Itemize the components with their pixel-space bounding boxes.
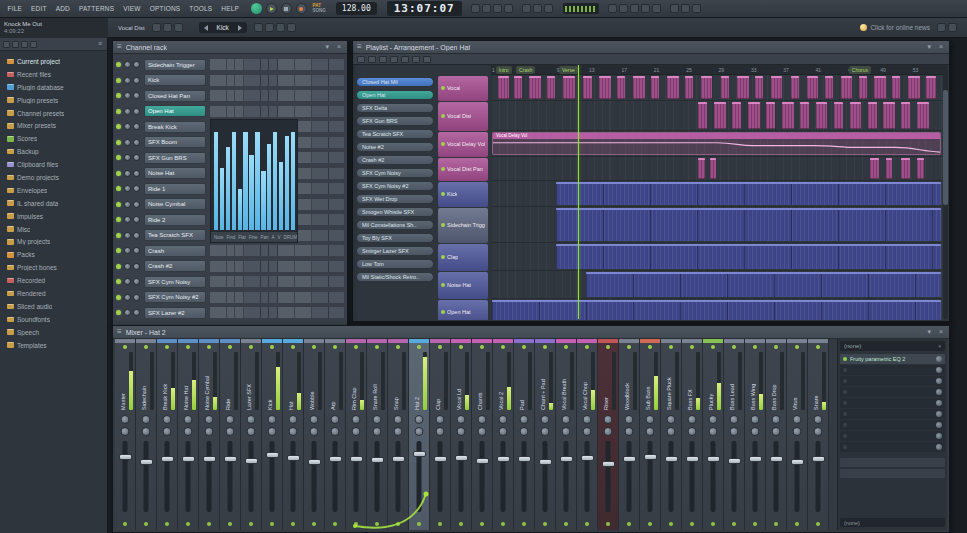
strip-stereo-knob[interactable]	[121, 427, 130, 436]
channel-button[interactable]: Ride 1	[144, 183, 206, 195]
strip-fader[interactable]	[144, 441, 149, 512]
previous-pattern-icon[interactable]	[204, 25, 208, 31]
track-header[interactable]: Vocal Delay Vol	[438, 132, 488, 157]
strip-pan-knob[interactable]	[289, 415, 298, 424]
channel-mute-led[interactable]	[116, 310, 121, 315]
plugin-slot-mix-knob[interactable]	[936, 444, 942, 450]
pattern-clip[interactable]	[492, 300, 941, 320]
channel-pan-knob[interactable]	[124, 77, 131, 84]
step-sequencer-row[interactable]	[210, 292, 344, 303]
strip-stereo-knob[interactable]	[289, 427, 298, 436]
channel-rack-close-icon[interactable]: ×	[335, 42, 343, 52]
grid-icon[interactable]	[265, 23, 274, 32]
mixer-close-icon[interactable]: ×	[937, 327, 945, 337]
magnet-icon[interactable]	[522, 4, 531, 13]
strip-fader[interactable]	[165, 441, 170, 512]
strip-fader-handle[interactable]	[329, 456, 342, 462]
tools-icon[interactable]	[670, 4, 679, 13]
channel-volume-knob[interactable]	[133, 309, 140, 316]
track-header[interactable]: Kick	[438, 182, 488, 207]
strip-mute-led[interactable]	[228, 345, 232, 349]
pattern-clip[interactable]	[870, 158, 879, 179]
play-button[interactable]	[266, 3, 277, 14]
pattern-clip[interactable]	[782, 102, 794, 129]
strip-fader-handle[interactable]	[770, 456, 783, 462]
channel-volume-knob[interactable]	[133, 123, 140, 130]
zoom-icon[interactable]	[254, 23, 263, 32]
channel-pan-knob[interactable]	[124, 278, 131, 285]
pattern-clip[interactable]	[737, 76, 749, 99]
mixer-strip[interactable]: Pad	[514, 339, 535, 530]
strip-stereo-knob[interactable]	[793, 427, 802, 436]
strip-pan-knob[interactable]	[793, 415, 802, 424]
mixer-strip[interactable]: Clap	[430, 339, 451, 530]
playlist-scrollbar[interactable]	[943, 65, 948, 319]
picker-pattern-item[interactable]: SFX Cym Noisy	[356, 168, 434, 178]
strip-fader-handle[interactable]	[224, 456, 237, 462]
strip-pan-knob[interactable]	[394, 415, 403, 424]
strip-fader-handle[interactable]	[140, 459, 153, 465]
strip-pan-knob[interactable]	[331, 415, 340, 424]
strip-pan-knob[interactable]	[142, 415, 151, 424]
mixer-strip[interactable]: Rim Clap	[346, 339, 367, 530]
strip-pan-knob[interactable]	[709, 415, 718, 424]
strip-route-led[interactable]	[186, 522, 190, 526]
track-lane[interactable]: Vocal Delay Vol	[491, 131, 942, 157]
strip-route-led[interactable]	[501, 522, 505, 526]
plugin-slot-mix-knob[interactable]	[936, 389, 942, 395]
strip-mute-led[interactable]	[648, 345, 652, 349]
track-lane[interactable]	[491, 299, 942, 320]
browser-folder-item[interactable]: Scores	[2, 132, 105, 145]
browser-folder-item[interactable]: Channel presets	[2, 107, 105, 120]
browser-toggle-icon[interactable]	[652, 4, 661, 13]
strip-pan-knob[interactable]	[562, 415, 571, 424]
mixer-toggle-icon[interactable]	[641, 4, 650, 13]
channel-volume-knob[interactable]	[133, 216, 140, 223]
mixer-strip[interactable]: Bass Lead	[724, 339, 745, 530]
mixer-strip[interactable]: Bass Drop	[766, 339, 787, 530]
delete-tool-icon[interactable]	[379, 56, 387, 63]
strip-stereo-knob[interactable]	[142, 427, 151, 436]
browser-folder-item[interactable]: Impulses	[2, 210, 105, 223]
strip-stereo-knob[interactable]	[751, 427, 760, 436]
browser-folder-item[interactable]: Templates	[2, 339, 105, 352]
plugin-slot-mix-knob[interactable]	[936, 411, 942, 417]
channel-button[interactable]: SFX Boom	[144, 136, 206, 148]
pattern-clip[interactable]	[633, 76, 645, 99]
strip-fader[interactable]	[249, 441, 254, 512]
step-sequencer-row[interactable]	[210, 106, 344, 117]
channel-mute-led[interactable]	[116, 109, 121, 114]
picker-pattern-item[interactable]: SFX Delta	[356, 103, 434, 113]
strip-fader[interactable]	[585, 441, 590, 512]
mixer-strip[interactable]: Square Pluck	[661, 339, 682, 530]
mixer-strip[interactable]: Wobble	[304, 339, 325, 530]
mixer-strip[interactable]: Sidechain	[136, 339, 157, 530]
plugin-slot[interactable]	[840, 409, 945, 419]
velocity-bar[interactable]	[273, 132, 277, 230]
strip-stereo-knob[interactable]	[247, 427, 256, 436]
pattern-clip[interactable]	[583, 76, 591, 99]
menu-item[interactable]: TOOLS	[186, 5, 216, 12]
strip-fader[interactable]	[312, 441, 317, 512]
mixer-strip[interactable]: Noise Hat	[178, 339, 199, 530]
strip-pan-knob[interactable]	[310, 415, 319, 424]
strip-stereo-knob[interactable]	[415, 427, 424, 436]
picker-pattern-item[interactable]: SFX Wet Drop	[356, 194, 434, 204]
strip-mute-led[interactable]	[396, 345, 400, 349]
step-sequencer-row[interactable]	[210, 90, 344, 101]
menu-item[interactable]: EDIT	[28, 5, 51, 12]
step-sequencer-row[interactable]	[210, 245, 344, 256]
strip-stereo-knob[interactable]	[205, 427, 214, 436]
mixer-strip[interactable]: Chant + Pad	[535, 339, 556, 530]
graph-editor-tab[interactable]: Pan	[261, 235, 269, 240]
plugin-slot-mix-knob[interactable]	[936, 378, 942, 384]
pattern-clip[interactable]	[698, 102, 707, 129]
pattern-clip[interactable]	[908, 76, 920, 99]
mixer-strip[interactable]: Plucky	[703, 339, 724, 530]
picker-pattern-item[interactable]: Open Hat	[356, 90, 434, 100]
strip-fader[interactable]	[795, 441, 800, 512]
strip-mute-led[interactable]	[543, 345, 547, 349]
strip-fader-handle[interactable]	[749, 456, 762, 462]
strip-mute-led[interactable]	[480, 345, 484, 349]
step-sequencer-row[interactable]	[210, 261, 344, 272]
